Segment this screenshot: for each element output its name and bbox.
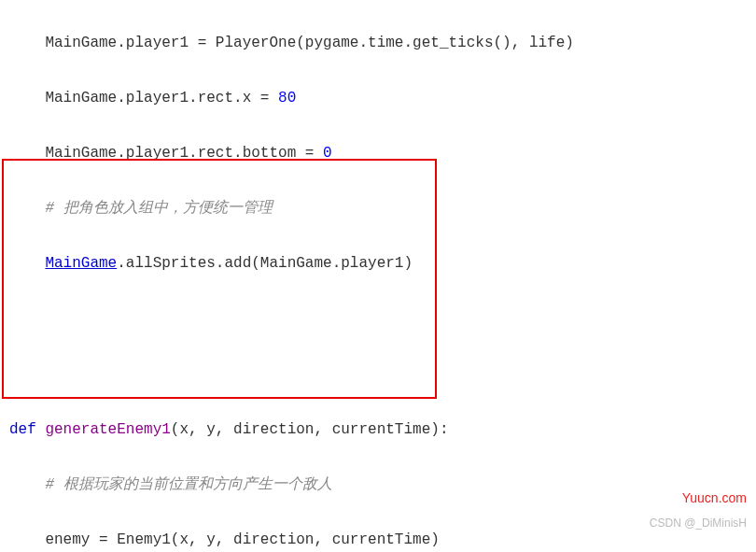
code-line: MainGame.player1.rect.bottom = 0	[0, 140, 756, 168]
symbol-link[interactable]: MainGame	[45, 255, 117, 272]
code-text: enemy = Enemy1(x, y, direction, currentT…	[45, 531, 439, 548]
code-text: MainGame.player1.rect.bottom =	[45, 145, 323, 162]
number-literal: 0	[323, 145, 332, 162]
code-line: # 根据玩家的当前位置和方向产生一个敌人	[0, 472, 756, 500]
code-text: MainGame.player1.rect.x =	[45, 90, 278, 106]
watermark-site: Yuucn.com	[682, 487, 747, 511]
code-line: enemy = Enemy1(x, y, direction, currentT…	[0, 527, 756, 552]
code-line: MainGame.player1 = PlayerOne(pygame.time…	[0, 30, 756, 58]
code-line: # 把角色放入组中，方便统一管理	[0, 195, 756, 223]
keyword-def: def	[9, 421, 45, 438]
comment: # 根据玩家的当前位置和方向产生一个敌人	[45, 476, 331, 493]
code-editor: MainGame.player1 = PlayerOne(pygame.time…	[0, 0, 756, 552]
watermark-author: CSDN @_DiMinisH	[650, 513, 747, 533]
comment: # 把角色放入组中，方便统一管理	[45, 200, 272, 217]
code-line: MainGame.allSprites.add(MainGame.player1…	[0, 250, 756, 278]
blank-line	[0, 361, 756, 389]
code-line: MainGame.player1.rect.x = 80	[0, 85, 756, 113]
blank-line	[0, 306, 756, 334]
params: (x, y, direction, currentTime):	[171, 421, 449, 438]
code-line: def generateEnemy1(x, y, direction, curr…	[0, 417, 756, 445]
code-text: MainGame.player1 = PlayerOne(pygame.time…	[45, 35, 574, 51]
code-text: .allSprites.add(MainGame.player1)	[117, 255, 413, 272]
function-name: generateEnemy1	[45, 421, 170, 438]
number-literal: 80	[278, 90, 296, 106]
